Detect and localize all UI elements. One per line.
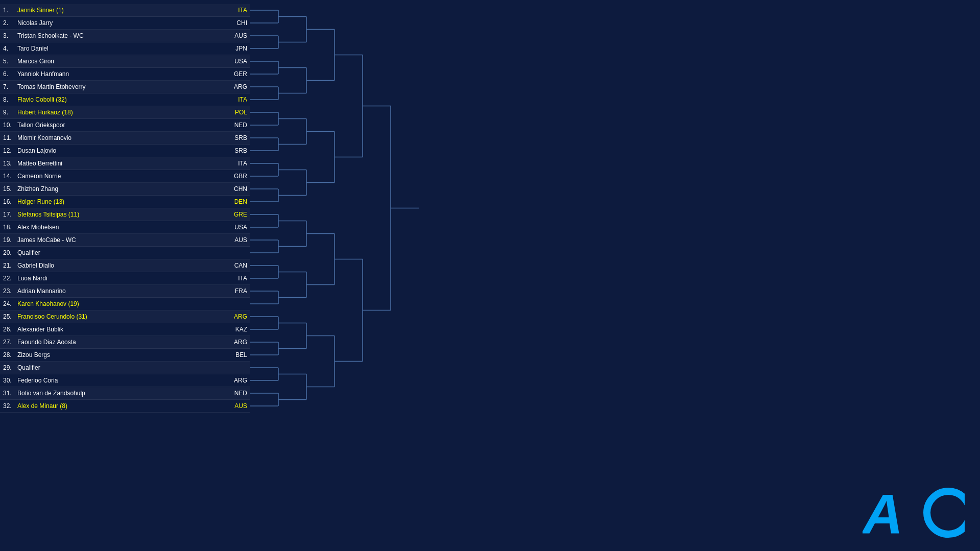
player-row: 29.Qualifier	[0, 362, 250, 374]
player-number: 31.	[3, 390, 17, 397]
player-name: Faoundo Diaz Aoosta	[17, 339, 229, 346]
player-country: BEL	[229, 351, 247, 358]
svg-text:A: A	[863, 482, 903, 541]
player-row: 17.Stefanos Tsitsipas (11)GRE	[0, 208, 250, 221]
player-row: 27.Faoundo Diaz AoostaARG	[0, 336, 250, 349]
player-name: James MoCabe - WC	[17, 236, 229, 244]
player-name: Stefanos Tsitsipas (11)	[17, 211, 229, 218]
player-name: Karen Khaohanov (19)	[17, 300, 229, 307]
player-country: KAZ	[229, 326, 247, 333]
player-country: ITA	[229, 7, 247, 14]
player-row: 10.Tallon GriekspoorNED	[0, 119, 250, 132]
player-row: 9.Hubert Hurkaoz (18)POL	[0, 106, 250, 119]
player-row: 1.Jannik Sinner (1)ITA	[0, 4, 250, 17]
player-number: 19.	[3, 236, 17, 244]
player-name: Hubert Hurkaoz (18)	[17, 109, 229, 116]
bracket-svg	[250, 4, 403, 418]
player-name: Flavio Cobolli (32)	[17, 96, 229, 103]
player-row: 23.Adrian MannarinoFRA	[0, 285, 250, 298]
player-country: GBR	[229, 173, 247, 180]
player-row: 11.Miomir KeomanovioSRB	[0, 132, 250, 145]
player-row: 3.Tristan Schoolkate - WCAUS	[0, 30, 250, 42]
player-row: 32.Alex de Minaur (8)AUS	[0, 400, 250, 413]
player-number: 4.	[3, 45, 17, 52]
player-number: 24.	[3, 300, 17, 307]
player-country: JPN	[229, 45, 247, 52]
player-row: 5.Marcos GironUSA	[0, 55, 250, 68]
player-number: 15.	[3, 185, 17, 193]
player-country: USA	[229, 224, 247, 231]
player-name: Tristan Schoolkate - WC	[17, 32, 229, 39]
player-country: NED	[229, 122, 247, 129]
player-row: 18.Alex MiohelsenUSA	[0, 221, 250, 234]
player-number: 30.	[3, 377, 17, 384]
player-row: 15.Zhizhen ZhangCHN	[0, 183, 250, 196]
player-number: 21.	[3, 262, 17, 269]
player-country: ITA	[229, 96, 247, 103]
player-number: 12.	[3, 147, 17, 154]
player-country: SRB	[229, 147, 247, 154]
player-name: Matteo Berrettini	[17, 160, 229, 167]
player-row: 7.Tomas Martin EtoheverryARG	[0, 81, 250, 93]
player-country: FRA	[229, 288, 247, 295]
player-number: 8.	[3, 96, 17, 103]
player-name: Zizou Bergs	[17, 351, 229, 358]
player-country: GER	[229, 70, 247, 78]
player-name: Miomir Keomanovio	[17, 134, 229, 141]
player-row: 6.Yanniok HanfmannGER	[0, 68, 250, 81]
player-row: 12.Dusan LajovioSRB	[0, 145, 250, 157]
player-country: ARG	[229, 313, 247, 320]
player-country: SRB	[229, 134, 247, 141]
player-list: 1.Jannik Sinner (1)ITA2.Nicolas JarryCHI…	[0, 4, 250, 547]
player-country: CAN	[229, 262, 247, 269]
player-number: 26.	[3, 326, 17, 333]
player-name: Nicolas Jarry	[17, 19, 229, 27]
player-name: Botio van de Zandsohulp	[17, 390, 229, 397]
player-country: AUS	[229, 32, 247, 39]
player-name: Alex de Minaur (8)	[17, 402, 229, 410]
player-country: CHI	[229, 19, 247, 27]
player-number: 10.	[3, 122, 17, 129]
player-number: 27.	[3, 339, 17, 346]
svg-point-95	[927, 491, 965, 534]
player-row: 14.Cameron NorrieGBR	[0, 170, 250, 183]
player-row: 2.Nicolas JarryCHI	[0, 17, 250, 30]
player-name: Taro Daniel	[17, 45, 229, 52]
player-row: 25.Franoisoo Cerundolo (31)ARG	[0, 310, 250, 323]
player-name: Alexander Bublik	[17, 326, 229, 333]
player-country: ARG	[229, 339, 247, 346]
player-country: ITA	[229, 160, 247, 167]
player-number: 20.	[3, 249, 17, 256]
player-country: USA	[229, 58, 247, 65]
player-number: 7.	[3, 83, 17, 90]
player-number: 6.	[3, 70, 17, 78]
player-name: Jannik Sinner (1)	[17, 7, 229, 14]
player-row: 8.Flavio Cobolli (32)ITA	[0, 93, 250, 106]
player-number: 11.	[3, 134, 17, 141]
player-name: Luoa Nardi	[17, 275, 229, 282]
draw-section: 1.Jannik Sinner (1)ITA2.Nicolas JarryCHI…	[0, 0, 250, 551]
player-row: 24.Karen Khaohanov (19)	[0, 298, 250, 310]
player-name: Qualifier	[17, 364, 229, 371]
player-country: AUS	[229, 236, 247, 244]
player-row: 30.Federioo CoriaARG	[0, 374, 250, 387]
player-row: 19.James MoCabe - WCAUS	[0, 234, 250, 247]
player-row: 4.Taro DanielJPN	[0, 42, 250, 55]
player-name: Franoisoo Cerundolo (31)	[17, 313, 229, 320]
player-row: 28.Zizou BergsBEL	[0, 349, 250, 362]
player-country: ARG	[229, 377, 247, 384]
player-country: POL	[229, 109, 247, 116]
main-container: 1.Jannik Sinner (1)ITA2.Nicolas JarryCHI…	[0, 0, 980, 551]
player-country: NED	[229, 390, 247, 397]
player-name: Qualifier	[17, 249, 229, 256]
player-name: Yanniok Hanfmann	[17, 70, 229, 78]
player-country: ITA	[229, 275, 247, 282]
player-number: 16.	[3, 198, 17, 205]
player-number: 25.	[3, 313, 17, 320]
player-number: 13.	[3, 160, 17, 167]
ao-logo-svg: A	[863, 480, 965, 541]
player-number: 29.	[3, 364, 17, 371]
player-name: Dusan Lajovio	[17, 147, 229, 154]
player-number: 28.	[3, 351, 17, 358]
player-row: 22.Luoa NardiITA	[0, 272, 250, 285]
